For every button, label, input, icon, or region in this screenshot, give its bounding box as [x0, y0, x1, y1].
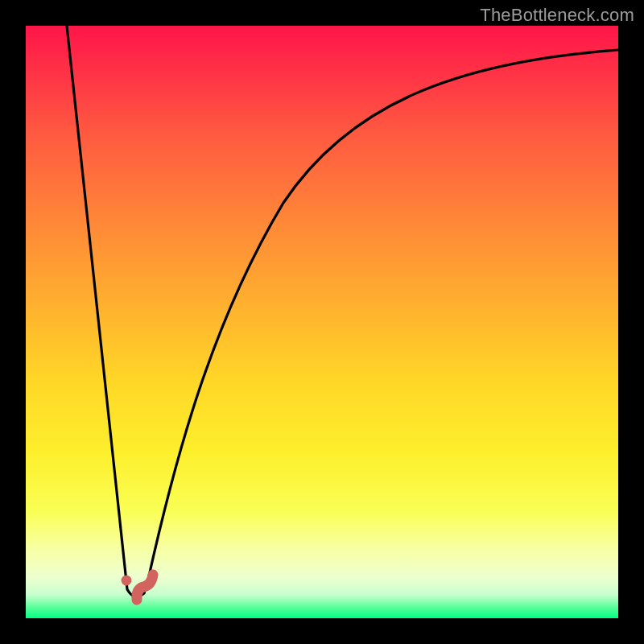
- plot-area: [26, 26, 618, 618]
- watermark-text: TheBottleneck.com: [480, 5, 634, 26]
- chart-svg: [26, 26, 618, 618]
- marker-dot: [122, 576, 132, 586]
- marker-hook: [137, 575, 153, 600]
- bottleneck-curve: [67, 26, 618, 597]
- chart-frame: TheBottleneck.com: [0, 0, 644, 644]
